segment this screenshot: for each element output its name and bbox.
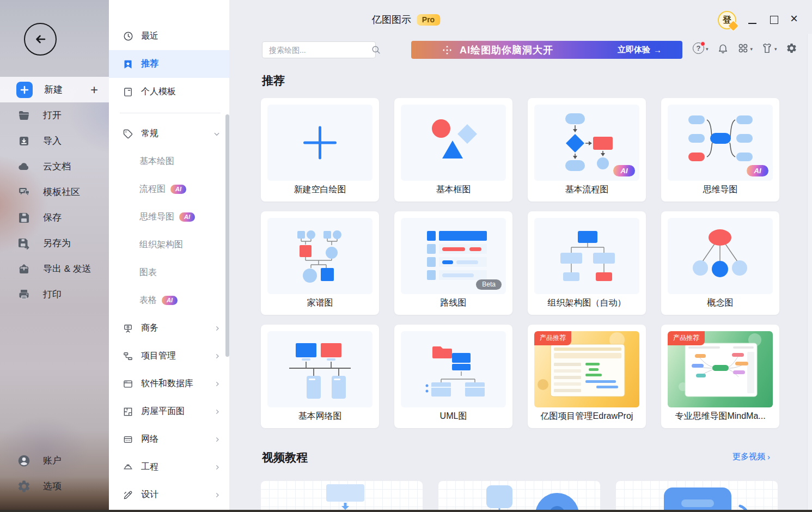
sidebar-group-general[interactable]: 常规: [109, 120, 229, 148]
file-menu-bottom: 账户 选项: [0, 448, 109, 499]
template-card-family-tree[interactable]: 家谱图: [261, 211, 379, 315]
app-title: 亿图图示: [372, 13, 411, 26]
sidebar-item-floor-plan[interactable]: 房屋平面图: [109, 398, 229, 425]
thumbnail: [401, 331, 506, 407]
sidebar-item-open[interactable]: 打开: [0, 102, 109, 128]
help-icon[interactable]: ?: [693, 42, 704, 54]
minimize-button[interactable]: [748, 23, 756, 24]
sidebar-item-basic-drawing[interactable]: 基本绘图: [109, 148, 229, 175]
sidebar-item-business[interactable]: 商务: [109, 314, 229, 342]
sidebar-item-label: 流程图: [139, 184, 166, 195]
sidebar-item-label: 房屋平面图: [141, 406, 185, 417]
sidebar-item-personal-templates[interactable]: 个人模板: [109, 78, 229, 106]
template-card-mindmaster[interactable]: 产品推荐 专业思维导图MindMa...: [661, 325, 779, 428]
sidebar-item-engineering[interactable]: 工程: [109, 453, 229, 481]
chevron-down-icon[interactable]: [212, 129, 222, 139]
thumbnail: [267, 218, 373, 294]
sidebar-item-network[interactable]: 网络: [109, 425, 229, 453]
sidebar-item-label: 导出 & 发送: [43, 263, 91, 275]
titlebar: 亿图图示 Pro: [372, 13, 440, 26]
thumbnail: [401, 105, 506, 181]
video-card[interactable]: [261, 481, 423, 510]
sidebar-item-mindmap[interactable]: 思维导图 AI: [109, 203, 229, 231]
template-card-edrawproj[interactable]: 产品推荐 亿图项目管理EdrawProj: [528, 325, 646, 428]
arrow-right-icon: →: [654, 45, 662, 54]
sidebar-item-recommended[interactable]: 推荐: [109, 50, 229, 78]
ai-badge: AI: [179, 212, 195, 222]
sidebar-item-save[interactable]: 保存: [0, 205, 109, 230]
beta-badge: Beta: [476, 279, 502, 290]
sidebar-item-table[interactable]: 表格 AI: [109, 287, 229, 314]
template-card-uml[interactable]: UML图: [394, 325, 512, 428]
card-title: 概念图: [661, 297, 779, 309]
sidebar-item-project-management[interactable]: 项目管理: [109, 342, 229, 370]
maximize-button[interactable]: [770, 16, 778, 24]
login-button[interactable]: 登: [718, 11, 736, 29]
sidebar-item-org-chart[interactable]: 组织架构图: [109, 231, 229, 259]
chevron-right-icon: [213, 380, 222, 388]
sidebar-item-label: 工程: [141, 461, 158, 473]
template-card-blank[interactable]: 新建空白绘图: [261, 98, 379, 202]
card-title: 路线图: [394, 297, 512, 309]
card-title: 基本网络图: [261, 411, 379, 422]
apps-caret-icon[interactable]: ▾: [750, 46, 753, 52]
template-card-basic-diagram[interactable]: 基本框图: [394, 98, 512, 202]
theme-caret-icon[interactable]: ▾: [774, 46, 777, 52]
ai-banner[interactable]: AI绘图助你脑洞大开 立即体验 →: [411, 41, 682, 59]
new-quick-plus[interactable]: +: [90, 83, 98, 96]
template-card-flowchart[interactable]: AI 基本流程图: [528, 98, 646, 202]
sidebar-item-export-send[interactable]: 导出 & 发送: [0, 256, 109, 282]
chevron-right-icon: ›: [767, 452, 770, 461]
gear-icon: [16, 479, 32, 494]
sidebar-scrollbar[interactable]: [225, 114, 229, 357]
apps-grid-icon[interactable]: [737, 42, 749, 54]
sidebar-item-label: 表格: [139, 295, 157, 306]
sidebar-item-recent[interactable]: 最近: [109, 22, 229, 50]
sidebar-item-template-community[interactable]: 模板社区: [0, 179, 109, 205]
card-title: 家谱图: [261, 297, 379, 309]
ai-banner-cta[interactable]: 立即体验 →: [618, 45, 662, 55]
sidebar-item-label: 商务: [141, 322, 158, 334]
sidebar-item-software-database[interactable]: 软件和数据库: [109, 370, 229, 398]
ai-move-icon: [441, 44, 453, 56]
sidebar-item-label: 软件和数据库: [141, 378, 193, 389]
settings-gear-icon[interactable]: [786, 42, 797, 54]
sidebar-group-label: 常规: [141, 128, 158, 139]
sidebar-item-options[interactable]: 选项: [0, 473, 109, 499]
main-scrollbar-track[interactable]: [807, 34, 812, 510]
video-card[interactable]: [616, 481, 778, 510]
sidebar-item-flowchart[interactable]: 流程图 AI: [109, 175, 229, 203]
search-icon[interactable]: [371, 45, 381, 55]
promo-badge: 产品推荐: [534, 331, 571, 345]
close-button[interactable]: ×: [790, 12, 798, 25]
template-card-roadmap[interactable]: Beta 路线图: [394, 211, 512, 315]
sidebar-item-save-as[interactable]: 另存为: [0, 230, 109, 256]
template-card-concept-map[interactable]: 概念图: [661, 211, 779, 315]
back-button[interactable]: [24, 23, 57, 56]
template-card-mindmap[interactable]: AI 思维导图: [661, 98, 779, 202]
new-plus-icon: [16, 82, 33, 98]
sidebar-item-import[interactable]: 导入: [0, 128, 109, 154]
template-card-org-chart-auto[interactable]: 组织架构图（自动）: [528, 211, 646, 315]
sidebar-item-print[interactable]: 打印: [0, 282, 109, 307]
bookmark-star-icon: [122, 58, 134, 70]
sidebar-item-cloud-docs[interactable]: 云文档: [0, 154, 109, 179]
sidebar-item-chart[interactable]: 图表: [109, 259, 229, 287]
sidebar-item-account[interactable]: 账户: [0, 448, 109, 473]
template-card-network[interactable]: 基本网络图: [261, 325, 379, 428]
video-card[interactable]: [438, 481, 600, 510]
sidebar-item-new[interactable]: 新建 +: [0, 77, 109, 102]
sidebar-item-label: 云文档: [43, 160, 71, 173]
hard-hat-icon: [122, 461, 134, 473]
help-caret-icon[interactable]: ▾: [706, 46, 709, 52]
bell-icon[interactable]: [717, 42, 729, 54]
sidebar-item-label: 打开: [43, 109, 62, 121]
card-title: 新建空白绘图: [261, 184, 379, 196]
window-bottom-border: [0, 510, 812, 512]
more-videos-link[interactable]: 更多视频 ›: [732, 452, 770, 462]
chevron-right-icon: [213, 352, 222, 361]
theme-shirt-icon[interactable]: [761, 42, 773, 54]
search-input[interactable]: [262, 46, 371, 54]
network-rack-icon: [122, 434, 134, 446]
sidebar-item-design[interactable]: 设计: [109, 481, 229, 509]
